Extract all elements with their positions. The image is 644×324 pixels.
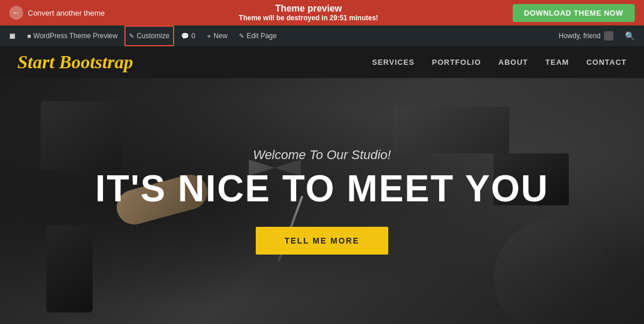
comment-icon: 💬 bbox=[181, 32, 189, 40]
site-logo[interactable]: Start Bootstrap bbox=[17, 51, 133, 73]
pencil-icon: ✎ bbox=[129, 32, 134, 40]
banner-title: Theme preview bbox=[239, 3, 378, 14]
customize-button[interactable]: ✎ Customize bbox=[124, 25, 174, 46]
customize-label: Customize bbox=[137, 32, 170, 40]
countdown-timer: 29:51 bbox=[330, 14, 348, 22]
howdy-label: Howdy, friend bbox=[559, 32, 601, 40]
site-header: Start Bootstrap SERVICES PORTFOLIO ABOUT… bbox=[0, 46, 644, 78]
back-label: Convert another theme bbox=[28, 9, 105, 17]
hero-section: Welcome To Our Studio! IT'S NICE TO MEET… bbox=[0, 78, 644, 324]
user-avatar bbox=[604, 31, 613, 41]
plus-icon: + bbox=[207, 32, 212, 41]
nav-item-about[interactable]: ABOUT bbox=[498, 58, 528, 67]
back-icon: ← bbox=[9, 6, 23, 20]
new-label: New bbox=[214, 32, 227, 40]
hero-title: IT'S NICE TO MEET YOU bbox=[95, 168, 549, 209]
cta-button[interactable]: TELL ME MORE bbox=[256, 227, 389, 255]
banner-subtitle-suffix: minutes! bbox=[347, 14, 378, 22]
banner-subtitle: Theme will be destroyed in 29:51 minutes… bbox=[239, 14, 378, 22]
hero-subtitle: Welcome To Our Studio! bbox=[95, 148, 549, 163]
theme-preview-label: WordPress Theme Preview bbox=[34, 32, 118, 40]
nav-item-team[interactable]: TEAM bbox=[546, 58, 569, 67]
edit-page-label: Edit Page bbox=[246, 32, 277, 40]
wp-admin-bar: ■ ■ WordPress Theme Preview ✎ Customize … bbox=[0, 25, 644, 46]
convert-another-theme-button[interactable]: ← Convert another theme bbox=[9, 6, 105, 20]
edit-icon: ✎ bbox=[239, 32, 244, 40]
edit-page-button[interactable]: ✎ Edit Page bbox=[234, 25, 281, 46]
wp-icon: ■ bbox=[9, 30, 16, 42]
banner-subtitle-prefix: Theme will be destroyed in bbox=[239, 14, 330, 22]
download-theme-button[interactable]: DOWNLOAD THEME NOW bbox=[513, 4, 635, 22]
wp-logo-button[interactable]: ■ bbox=[5, 25, 20, 46]
bg-phone bbox=[46, 226, 93, 312]
banner-center: Theme preview Theme will be destroyed in… bbox=[239, 3, 378, 22]
theme-preview-item[interactable]: ■ WordPress Theme Preview bbox=[23, 25, 122, 46]
nav-item-contact[interactable]: CONTACT bbox=[586, 58, 627, 67]
new-content-button[interactable]: + New bbox=[203, 25, 233, 46]
hero-content: Welcome To Our Studio! IT'S NICE TO MEET… bbox=[95, 148, 549, 254]
nav-item-services[interactable]: SERVICES bbox=[372, 58, 415, 67]
comments-button[interactable]: 💬 0 bbox=[176, 25, 200, 46]
comments-count: 0 bbox=[192, 32, 196, 40]
theme-preview-banner: ← Convert another theme Theme preview Th… bbox=[0, 0, 644, 25]
theme-preview-icon: ■ bbox=[27, 32, 31, 39]
bg-box bbox=[393, 107, 509, 153]
nav-item-portfolio[interactable]: PORTFOLIO bbox=[432, 58, 481, 67]
site-nav: SERVICES PORTFOLIO ABOUT TEAM CONTACT bbox=[372, 58, 627, 67]
search-button[interactable]: 🔍 bbox=[620, 31, 639, 41]
howdy-section[interactable]: Howdy, friend bbox=[554, 31, 618, 41]
